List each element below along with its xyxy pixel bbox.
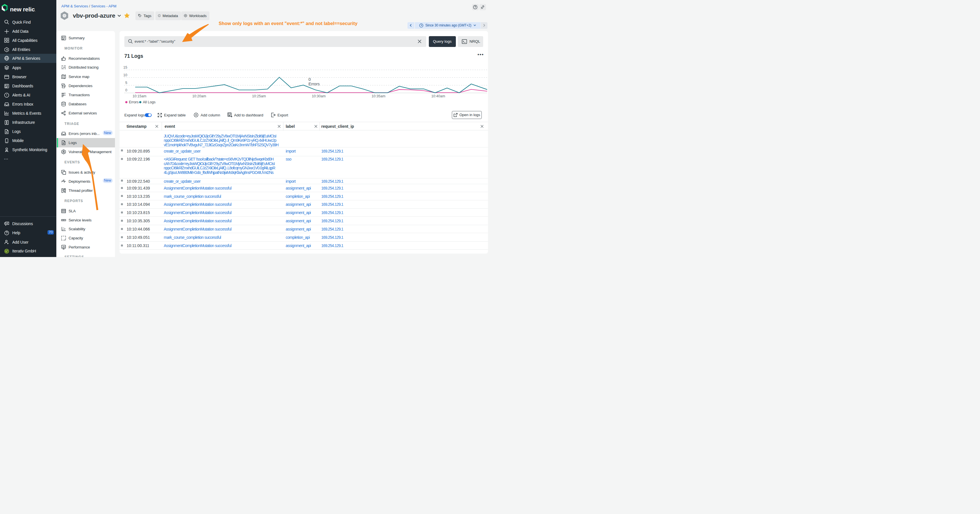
svg-text:10:25am: 10:25am — [252, 94, 266, 98]
svg-text:0: 0 — [309, 77, 311, 82]
svg-text:Errors: Errors — [309, 82, 320, 86]
svg-text:10:40am: 10:40am — [431, 94, 445, 98]
svg-text:Errors: Errors — [129, 100, 138, 104]
svg-text:5: 5 — [125, 81, 127, 85]
svg-text:15: 15 — [123, 65, 127, 70]
svg-text:10:35am: 10:35am — [371, 94, 385, 98]
svg-text:0: 0 — [125, 88, 127, 92]
svg-text:10: 10 — [123, 73, 127, 77]
svg-text:10:20am: 10:20am — [192, 94, 206, 98]
svg-text:10:30am: 10:30am — [312, 94, 326, 98]
svg-text:All Logs: All Logs — [143, 100, 155, 104]
svg-text:10:15am: 10:15am — [132, 94, 146, 98]
